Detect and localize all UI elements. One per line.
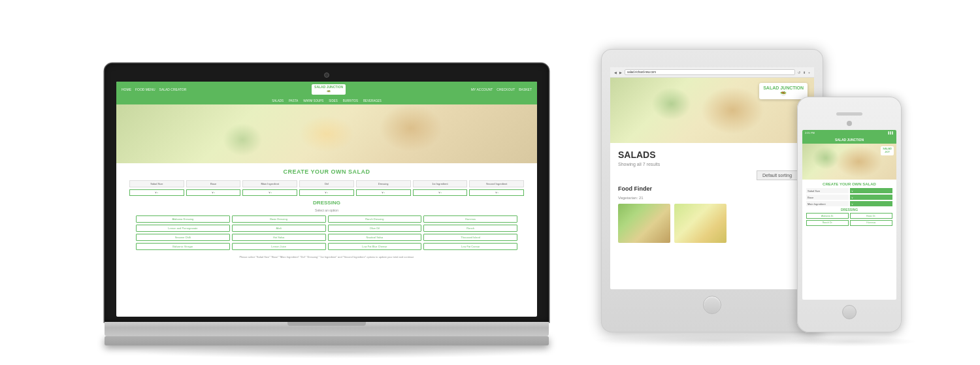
dressing-btn-11[interactable]: Thousand Island [423,234,517,241]
table-select-4[interactable]: ∨ [356,189,411,196]
table-header-6: Second Ingredient [469,180,524,187]
dressing-section-title: DRESSING [129,200,524,206]
dressing-btn-5[interactable]: Alioli [232,225,326,232]
nav-checkout[interactable]: CHECKOUT [497,87,515,91]
phone-logo-text: SALAD JUNCTION [805,138,894,142]
phone-home-button[interactable] [842,305,857,319]
phone-form-select-1[interactable]: ∨ [850,195,892,200]
dressing-grid: Alabama Dressing Basic Dressing Ranch Dr… [136,215,517,250]
phone-dressing-2[interactable]: Ranch Dr. [806,220,849,226]
web-hero [116,104,537,163]
phone-form-label-1: Base [806,195,849,200]
dressing-btn-6[interactable]: Olive Oil [328,225,422,232]
tablet-page-title: SALADS [618,150,806,160]
nav-my-account[interactable]: MY ACCOUNT [471,87,493,91]
web-logo: SALAD JUNCTION 🥗 [312,84,346,95]
subnav-beverages[interactable]: BEVERAGES [363,99,382,103]
table-select-3[interactable]: ∨ [299,189,354,196]
phone-form-select-2[interactable]: ∨ [850,201,892,206]
table-select-1[interactable]: ∨ [186,189,241,196]
laptop-shadow [131,345,549,358]
web-subnav: SALADS PASTA WARM SOUPS SIDES BURRITOS B… [116,97,537,104]
laptop-screen-outer: HOME FOOD MENU SALAD CREATOR SALAD JUNCT… [105,63,549,322]
phone-logo-small: SALADJCT [883,148,892,154]
tablet-forward-btn[interactable]: ▶ [619,71,622,74]
dressing-subtitle: Select an option [129,208,524,212]
table-header-1: Base [186,180,241,187]
table-select-0[interactable]: ∨ [129,189,184,196]
scene: HOME FOOD MENU SALAD CREATOR SALAD JUNCT… [0,0,980,365]
web-hero-overlay [116,104,537,163]
phone-form-row-3: Main Ingredient ∨ [806,201,892,206]
dressing-btn-12[interactable]: Balsamic Vinegar [136,243,230,250]
phone-dressing-title: DRESSING [806,208,892,212]
tablet-product-img-2[interactable] [674,204,727,243]
dressing-btn-4[interactable]: Lemon and Pomegranate [136,225,230,232]
dressing-btn-13[interactable]: Lemon Juice [232,243,326,250]
phone-form-select-0[interactable]: ∨ [850,188,892,193]
table-header-3: Del [299,180,354,187]
tablet-screen: ◀ ▶ salad.richard-rew.com ↺ ⬆ + SALAD JU… [610,67,814,289]
phone-camera [847,121,852,126]
dressing-btn-2[interactable]: Ranch Dressing [328,215,422,223]
dressing-btn-1[interactable]: Basic Dressing [232,215,326,223]
phone-time: 2:05 PM [805,131,815,135]
nav-home[interactable]: HOME [122,87,131,91]
web-page-title: CREATE YOUR OWN SALAD [129,168,524,175]
subnav-salads[interactable]: SALADS [272,99,284,103]
tablet-add-tab-btn[interactable]: + [808,71,810,74]
tablet-home-button[interactable] [703,296,721,314]
phone-dressing-grid: Alabama Dr. Basic Dr. Ranch Dr. Hummus [806,213,892,226]
table-select-2[interactable]: ∨ [242,189,297,196]
nav-salad-creator[interactable]: SALAD CREATOR [159,87,187,91]
phone-speaker [836,112,862,116]
phone-dressing-3[interactable]: Hummus [850,220,892,226]
phone-dressing-1[interactable]: Basic Dr. [850,213,892,219]
laptop: HOME FOOD MENU SALAD CREATOR SALAD JUNCT… [105,63,549,345]
dressing-btn-0[interactable]: Alabama Dressing [136,215,230,223]
dressing-btn-9[interactable]: Hot Salsa [232,234,326,241]
laptop-screen: HOME FOOD MENU SALAD CREATOR SALAD JUNCT… [116,82,537,317]
dressing-btn-7[interactable]: Ranch [423,225,517,232]
tablet-reload-btn[interactable]: ↺ [798,71,800,74]
table-header-5: 1st Ingredient [413,180,468,187]
laptop-camera [324,72,329,78]
phone-page-title: CREATE YOUR OWN SALAD [806,182,892,186]
subnav-burritos[interactable]: BURRITOS [343,99,358,103]
dressing-btn-15[interactable]: Low Fat Caesar [423,243,517,250]
subnav-pasta[interactable]: PASTA [289,99,298,103]
phone-signal: ▌▌▌ [888,131,894,135]
laptop-base [105,322,549,336]
web-main-content: CREATE YOUR OWN SALAD Salad Size Base Ma… [116,163,537,264]
phone-dressing-0[interactable]: Alabama Dr. [806,213,849,219]
laptop-foot [105,336,549,345]
tablet-product-img-1[interactable] [618,204,670,243]
web-nav-links: HOME FOOD MENU SALAD CREATOR [122,87,186,91]
table-header-0: Salad Size [129,180,184,187]
nav-food-menu[interactable]: FOOD MENU [135,87,155,91]
phone-outer: 2:05 PM ▌▌▌ SALAD JUNCTION SALADJCT CREA… [797,97,902,332]
dressing-btn-14[interactable]: Low Fat Blue Cheese [328,243,422,250]
subnav-soups[interactable]: WARM SOUPS [303,99,323,103]
dressing-btn-10[interactable]: Nautical Salsa [328,234,422,241]
tablet-sort-bar: Default sorting [618,170,806,180]
web-table-selects: ∨ ∨ ∨ ∨ ∨ ∨ ∨ [129,189,524,196]
web-footer-text: Please select "Salad Size" "Base" "Main … [129,255,524,259]
tablet-back-btn[interactable]: ◀ [614,71,617,74]
table-select-5[interactable]: ∨ [413,189,468,196]
subnav-sides[interactable]: SIDES [329,99,338,103]
tablet-product-meta: Vegetarian: 21 [618,196,806,200]
phone-content: CREATE YOUR OWN SALAD Salad Size ∨ Base … [802,180,896,229]
table-select-6[interactable]: ∨ [469,189,524,196]
nav-basket[interactable]: BASKET [519,87,532,91]
phone-screen: 2:05 PM ▌▌▌ SALAD JUNCTION SALADJCT CREA… [802,130,896,300]
dressing-btn-3[interactable]: Hummus [423,215,517,223]
tablet-url-bar[interactable]: salad.richard-rew.com [625,69,795,75]
dressing-btn-8[interactable]: Sesame Chilli [136,234,230,241]
tablet-hero: SALAD JUNCTION 🥗 [610,78,814,143]
phone-hero: SALADJCT [802,144,896,180]
phone-form-row-2: Base ∨ [806,195,892,200]
table-header-2: Main Ingredient [242,180,297,187]
phone-form-row-1: Salad Size ∨ [806,188,892,193]
tablet-share-btn[interactable]: ⬆ [803,71,806,74]
